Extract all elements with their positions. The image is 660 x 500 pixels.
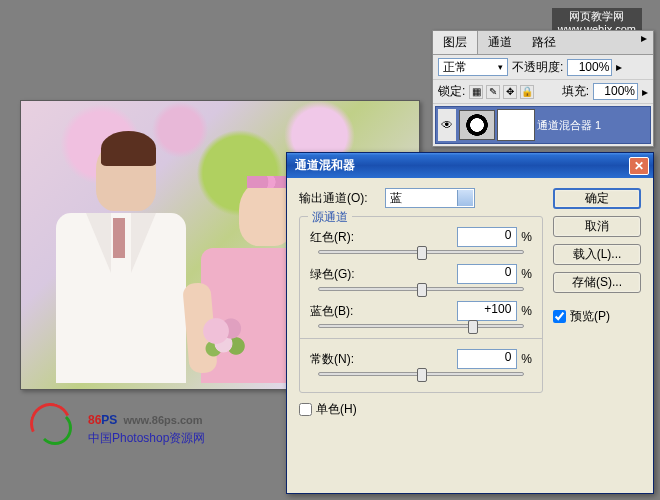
slider-thumb[interactable]: [417, 368, 427, 382]
output-channel-select[interactable]: 蓝: [385, 188, 475, 208]
blue-slider[interactable]: [318, 324, 524, 328]
constant-slider-row: 常数(N): 0 %: [310, 349, 532, 376]
mask-thumb[interactable]: [498, 110, 534, 140]
blend-mode-value: 正常: [443, 59, 467, 76]
green-slider[interactable]: [318, 287, 524, 291]
logo-swirl-icon: [30, 403, 80, 448]
close-icon: ✕: [634, 159, 644, 173]
pct-label: %: [521, 230, 532, 244]
panel-menu-icon[interactable]: ▸: [635, 31, 653, 54]
green-input[interactable]: 0: [457, 264, 517, 284]
tab-paths[interactable]: 路径: [522, 31, 566, 54]
blue-label: 蓝色(B):: [310, 303, 370, 320]
blue-slider-row: 蓝色(B): +100 %: [310, 301, 532, 328]
layer-name[interactable]: 通道混合器 1: [537, 118, 601, 133]
red-input[interactable]: 0: [457, 227, 517, 247]
tab-layers[interactable]: 图层: [433, 31, 478, 54]
pct-label: %: [521, 352, 532, 366]
lock-move-icon[interactable]: ✥: [503, 85, 517, 99]
lock-all-icon[interactable]: 🔒: [520, 85, 534, 99]
constant-slider[interactable]: [318, 372, 524, 376]
logo-86: 86: [88, 413, 101, 427]
preview-label: 预览(P): [570, 308, 610, 325]
source-channels-title: 源通道: [308, 209, 352, 226]
fill-flyout-icon[interactable]: ▸: [642, 85, 648, 99]
load-button[interactable]: 载入(L)...: [553, 244, 641, 265]
save-button[interactable]: 存储(S)...: [553, 272, 641, 293]
slider-thumb[interactable]: [417, 283, 427, 297]
green-label: 绿色(G):: [310, 266, 370, 283]
blue-input[interactable]: +100: [457, 301, 517, 321]
red-slider[interactable]: [318, 250, 524, 254]
logo-subtitle: 中国Photoshop资源网: [88, 430, 205, 447]
slider-thumb[interactable]: [468, 320, 478, 334]
opacity-input[interactable]: 100%: [567, 59, 612, 76]
green-slider-row: 绿色(G): 0 %: [310, 264, 532, 291]
lock-paint-icon[interactable]: ✎: [486, 85, 500, 99]
dialog-titlebar[interactable]: 通道混和器 ✕: [287, 153, 653, 178]
constant-label: 常数(N):: [310, 351, 370, 368]
source-channels-group: 源通道 红色(R): 0 % 绿色(G): 0 %: [299, 216, 543, 393]
pct-label: %: [521, 267, 532, 281]
ok-button[interactable]: 确定: [553, 188, 641, 209]
output-channel-label: 输出通道(O):: [299, 190, 379, 207]
adjustment-thumb[interactable]: [459, 110, 495, 140]
eye-icon: 👁: [441, 118, 453, 132]
fill-input[interactable]: 100%: [593, 83, 638, 100]
constant-input[interactable]: 0: [457, 349, 517, 369]
slider-thumb[interactable]: [417, 246, 427, 260]
monochrome-checkbox[interactable]: [299, 403, 312, 416]
logo-url: www.86ps.com: [124, 414, 203, 426]
tab-channels[interactable]: 通道: [478, 31, 522, 54]
pct-label: %: [521, 304, 532, 318]
close-button[interactable]: ✕: [629, 157, 649, 175]
cancel-button[interactable]: 取消: [553, 216, 641, 237]
fill-label: 填充:: [562, 83, 589, 100]
output-channel-value: 蓝: [390, 190, 402, 207]
figure-man: [56, 141, 196, 386]
preview-checkbox[interactable]: [553, 310, 566, 323]
opacity-label: 不透明度:: [512, 59, 563, 76]
opacity-flyout-icon[interactable]: ▸: [616, 60, 622, 74]
channel-mixer-dialog: 通道混和器 ✕ 输出通道(O): 蓝 源通道 红色(R): 0 %: [286, 152, 654, 494]
blend-mode-select[interactable]: 正常: [438, 58, 508, 76]
monochrome-label: 单色(H): [316, 401, 357, 418]
dialog-title: 通道混和器: [295, 157, 355, 174]
layers-panel: 图层 通道 路径 ▸ 正常 不透明度: 100% ▸ 锁定: ▦ ✎ ✥ 🔒 填…: [432, 30, 654, 147]
red-slider-row: 红色(R): 0 %: [310, 227, 532, 254]
divider: [300, 338, 542, 339]
layer-row[interactable]: 👁 通道混合器 1: [435, 106, 651, 144]
red-label: 红色(R):: [310, 229, 370, 246]
logo-ps: PS: [101, 413, 117, 427]
visibility-toggle[interactable]: 👁: [438, 109, 456, 141]
lock-transparency-icon[interactable]: ▦: [469, 85, 483, 99]
lock-label: 锁定:: [438, 83, 465, 100]
watermark-logo: 86PS www.86ps.com 中国Photoshop资源网: [30, 400, 280, 450]
bouquet: [201, 316, 251, 366]
